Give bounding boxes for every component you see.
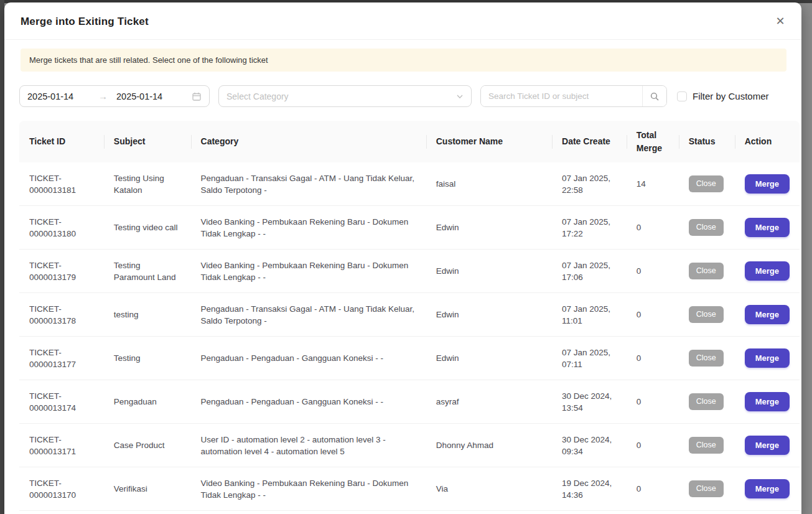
table-row: TICKET-0000013171 Case Product User ID -… bbox=[19, 424, 800, 467]
status-badge: Close bbox=[689, 350, 724, 367]
merge-button[interactable]: Merge bbox=[745, 174, 790, 194]
search-input[interactable] bbox=[481, 86, 642, 106]
cell-ticket-id: TICKET-0000013181 bbox=[19, 162, 104, 206]
cell-ticket-id: TICKET-0000013177 bbox=[19, 337, 104, 380]
col-ticket-id: Ticket ID bbox=[19, 121, 104, 162]
merge-button[interactable]: Merge bbox=[745, 261, 790, 281]
cell-category: User ID - automation level 2 - automatio… bbox=[191, 424, 426, 467]
table-row: TICKET-0000013177 Testing Pengaduan - Pe… bbox=[19, 337, 800, 380]
cell-date-create: 30 Dec 2024, 09:34 bbox=[552, 424, 627, 467]
category-select[interactable]: Select Category bbox=[218, 85, 472, 107]
cell-total-merge: 0 bbox=[627, 380, 679, 424]
cell-customer-name: Via bbox=[426, 467, 552, 511]
cell-date-create: 07 Jan 2025, 11:01 bbox=[552, 293, 627, 337]
merge-button[interactable]: Merge bbox=[745, 348, 790, 368]
cell-date-create: 07 Jan 2025, 17:22 bbox=[552, 206, 627, 250]
modal-header: Merge into Exiting Ticket ✕ bbox=[4, 2, 801, 40]
cell-total-merge: 0 bbox=[627, 467, 679, 511]
range-arrow-icon: → bbox=[95, 91, 116, 101]
col-action: Action bbox=[735, 121, 800, 162]
table-row: TICKET-0000013174 Pengaduan Pengaduan - … bbox=[19, 380, 800, 424]
cell-customer-name: Edwin bbox=[426, 293, 552, 337]
date-end-input[interactable] bbox=[116, 91, 184, 101]
cell-category: Pengaduan - Transaksi Gagal - ATM - Uang… bbox=[191, 162, 426, 206]
ticket-table-body: TICKET-0000013181 Testing Using Katalon … bbox=[19, 162, 800, 511]
cell-date-create: 07 Jan 2025, 07:11 bbox=[552, 337, 627, 380]
cell-customer-name: Dhonny Ahmad bbox=[426, 424, 552, 467]
filter-by-customer-checkbox[interactable] bbox=[677, 91, 687, 101]
filter-bar: → Select Category bbox=[19, 85, 786, 107]
cell-action: Merge bbox=[735, 467, 800, 511]
modal-body: Merge tickets that are still related. Se… bbox=[4, 40, 801, 511]
cell-subject: Testing Paramount Land bbox=[104, 250, 191, 293]
cell-category: Video Banking - Pembukaan Rekening Baru … bbox=[191, 467, 426, 511]
table-row: TICKET-0000013178 testing Pengaduan - Tr… bbox=[19, 293, 800, 337]
cell-subject: Pengaduan bbox=[104, 380, 191, 424]
cell-action: Merge bbox=[735, 337, 800, 380]
col-category: Category bbox=[191, 121, 426, 162]
merge-ticket-modal: Merge into Exiting Ticket ✕ Merge ticket… bbox=[4, 2, 801, 514]
date-start-input[interactable] bbox=[27, 91, 95, 101]
cell-status: Close bbox=[679, 424, 735, 467]
cell-total-merge: 0 bbox=[627, 250, 679, 293]
cell-customer-name: faisal bbox=[426, 162, 552, 206]
category-select-placeholder: Select Category bbox=[226, 91, 289, 101]
col-date-create: Date Create bbox=[552, 121, 627, 162]
merge-button[interactable]: Merge bbox=[745, 392, 790, 411]
cell-total-merge: 0 bbox=[627, 206, 679, 250]
search-button[interactable] bbox=[642, 86, 666, 106]
filter-by-customer-label: Filter by Customer bbox=[693, 91, 769, 101]
cell-category: Pengaduan - Transaksi Gagal - ATM - Uang… bbox=[191, 293, 426, 337]
cell-category: Pengaduan - Pengaduan - Gangguan Koneksi… bbox=[191, 380, 426, 424]
cell-subject: Verifikasi bbox=[104, 467, 191, 511]
search-icon bbox=[650, 91, 660, 101]
cell-ticket-id: TICKET-0000013174 bbox=[19, 380, 104, 424]
status-badge: Close bbox=[689, 480, 724, 497]
calendar-icon bbox=[192, 91, 202, 101]
cell-subject: Case Product bbox=[104, 424, 191, 467]
cell-status: Close bbox=[679, 293, 735, 337]
table-row: TICKET-0000013179 Testing Paramount Land… bbox=[19, 250, 800, 293]
cell-date-create: 30 Dec 2024, 13:54 bbox=[552, 380, 627, 424]
cell-subject: Testing video call bbox=[104, 206, 191, 250]
merge-button[interactable]: Merge bbox=[745, 436, 790, 455]
date-range-picker[interactable]: → bbox=[19, 85, 210, 107]
cell-category: Video Banking - Pembukaan Rekening Baru … bbox=[191, 250, 426, 293]
cell-status: Close bbox=[679, 206, 735, 250]
cell-action: Merge bbox=[735, 424, 800, 467]
col-customer-name: Customer Name bbox=[426, 121, 552, 162]
col-total-merge: Total Merge bbox=[627, 121, 679, 162]
backdrop-overlay-left bbox=[0, 0, 4, 514]
close-icon[interactable]: ✕ bbox=[772, 12, 789, 30]
cell-status: Close bbox=[679, 250, 735, 293]
cell-category: Video Banking - Pembukaan Rekening Baru … bbox=[191, 206, 426, 250]
merge-button[interactable]: Merge bbox=[745, 305, 790, 324]
chevron-down-icon bbox=[456, 93, 464, 100]
cell-status: Close bbox=[679, 380, 735, 424]
status-badge: Close bbox=[689, 306, 724, 323]
col-status: Status bbox=[679, 121, 735, 162]
cell-date-create: 07 Jan 2025, 22:58 bbox=[552, 162, 627, 206]
cell-customer-name: Edwin bbox=[426, 206, 552, 250]
cell-ticket-id: TICKET-0000013178 bbox=[19, 293, 104, 337]
cell-status: Close bbox=[679, 467, 735, 511]
merge-button[interactable]: Merge bbox=[745, 479, 790, 498]
status-badge: Close bbox=[689, 219, 724, 236]
merge-button[interactable]: Merge bbox=[745, 218, 790, 237]
filter-by-customer[interactable]: Filter by Customer bbox=[677, 91, 769, 101]
cell-total-merge: 0 bbox=[627, 424, 679, 467]
cell-action: Merge bbox=[735, 250, 800, 293]
cell-action: Merge bbox=[735, 162, 800, 206]
cell-category: Pengaduan - Pengaduan - Gangguan Koneksi… bbox=[191, 337, 426, 380]
table-row: TICKET-0000013170 Verifikasi Video Banki… bbox=[19, 467, 800, 511]
status-badge: Close bbox=[689, 437, 724, 454]
cell-date-create: 19 Dec 2024, 14:36 bbox=[552, 467, 627, 511]
table-header: Ticket ID Subject Category Customer Name… bbox=[19, 121, 800, 162]
status-badge: Close bbox=[689, 175, 724, 192]
cell-total-merge: 0 bbox=[627, 337, 679, 380]
cell-action: Merge bbox=[735, 380, 800, 424]
cell-status: Close bbox=[679, 162, 735, 206]
status-badge: Close bbox=[689, 263, 724, 279]
cell-action: Merge bbox=[735, 293, 800, 337]
cell-subject: testing bbox=[104, 293, 191, 337]
